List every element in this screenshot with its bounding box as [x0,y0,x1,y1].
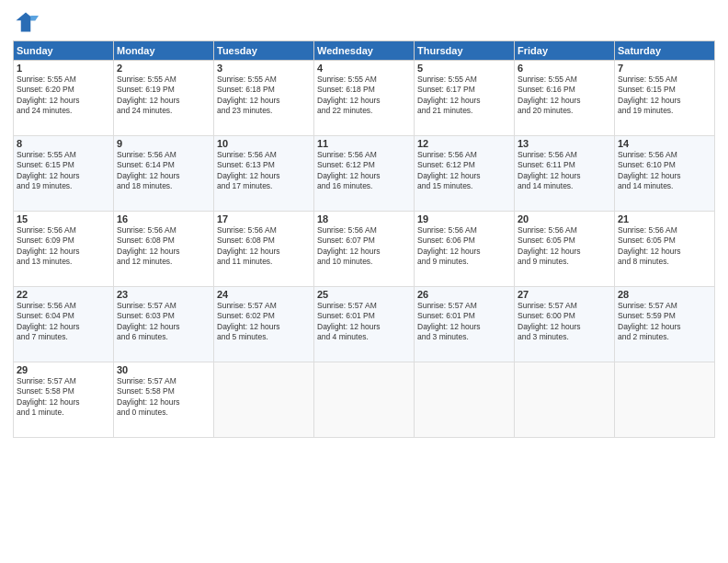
day-number: 24 [217,289,311,300]
calendar-day-cell: 21 Sunrise: 5:56 AMSunset: 6:05 PMDaylig… [615,212,715,287]
calendar-day-cell: 20 Sunrise: 5:56 AMSunset: 6:05 PMDaylig… [515,212,615,287]
calendar-day-cell: 18 Sunrise: 5:56 AMSunset: 6:07 PMDaylig… [314,212,415,287]
day-number: 10 [217,138,311,149]
day-info: Sunrise: 5:57 AMSunset: 6:00 PMDaylight:… [518,301,581,341]
day-number: 26 [417,289,511,300]
day-number: 17 [217,213,311,224]
calendar-day-cell: 3 Sunrise: 5:55 AMSunset: 6:18 PMDayligh… [214,61,314,136]
weekday-header-cell: Thursday [415,41,515,61]
day-number: 11 [317,138,411,149]
day-info: Sunrise: 5:55 AMSunset: 6:15 PMDaylight:… [618,75,681,115]
calendar-day-cell: 16 Sunrise: 5:56 AMSunset: 6:08 PMDaylig… [114,212,214,287]
day-number: 14 [618,138,711,149]
day-info: Sunrise: 5:55 AMSunset: 6:19 PMDaylight:… [117,75,180,115]
day-info: Sunrise: 5:56 AMSunset: 6:13 PMDaylight:… [217,150,280,190]
day-info: Sunrise: 5:57 AMSunset: 5:58 PMDaylight:… [17,376,80,417]
day-number: 20 [518,213,611,224]
calendar-week-row: 8 Sunrise: 5:55 AMSunset: 6:15 PMDayligh… [14,136,715,212]
day-number: 6 [518,63,611,74]
day-info: Sunrise: 5:56 AMSunset: 6:04 PMDaylight:… [17,301,80,341]
day-number: 30 [117,364,210,375]
calendar-day-cell: 1 Sunrise: 5:55 AMSunset: 6:20 PMDayligh… [14,61,114,136]
calendar-day-cell: 10 Sunrise: 5:56 AMSunset: 6:13 PMDaylig… [214,136,314,212]
calendar-day-cell: 4 Sunrise: 5:55 AMSunset: 6:18 PMDayligh… [314,61,415,136]
calendar-day-cell: 6 Sunrise: 5:55 AMSunset: 6:16 PMDayligh… [515,61,615,136]
day-info: Sunrise: 5:56 AMSunset: 6:08 PMDaylight:… [117,225,180,266]
day-number: 19 [417,213,511,224]
calendar-day-cell: 27 Sunrise: 5:57 AMSunset: 6:00 PMDaylig… [515,287,615,362]
weekday-header-row: SundayMondayTuesdayWednesdayThursdayFrid… [14,41,715,61]
day-info: Sunrise: 5:56 AMSunset: 6:08 PMDaylight:… [217,225,280,266]
calendar-day-cell: 15 Sunrise: 5:56 AMSunset: 6:09 PMDaylig… [14,212,114,287]
calendar-week-row: 15 Sunrise: 5:56 AMSunset: 6:09 PMDaylig… [14,212,715,287]
weekday-header-cell: Monday [114,41,214,61]
weekday-header-cell: Sunday [14,41,114,61]
calendar-day-cell: 23 Sunrise: 5:57 AMSunset: 6:03 PMDaylig… [114,287,214,362]
calendar-day-cell: 19 Sunrise: 5:56 AMSunset: 6:06 PMDaylig… [415,212,515,287]
calendar-day-cell: 29 Sunrise: 5:57 AMSunset: 5:58 PMDaylig… [14,362,114,438]
day-number: 22 [17,289,110,300]
calendar-day-cell: 7 Sunrise: 5:55 AMSunset: 6:15 PMDayligh… [615,61,715,136]
day-info: Sunrise: 5:55 AMSunset: 6:15 PMDaylight:… [17,150,80,190]
calendar-day-cell: 14 Sunrise: 5:56 AMSunset: 6:10 PMDaylig… [615,136,715,212]
header [13,9,715,35]
calendar-day-cell: 12 Sunrise: 5:56 AMSunset: 6:12 PMDaylig… [415,136,515,212]
day-number: 2 [117,63,210,74]
day-number: 15 [17,213,110,224]
day-info: Sunrise: 5:56 AMSunset: 6:12 PMDaylight:… [417,150,481,190]
logo [13,9,42,35]
day-info: Sunrise: 5:57 AMSunset: 6:03 PMDaylight:… [117,301,180,341]
day-number: 16 [117,213,210,224]
day-info: Sunrise: 5:55 AMSunset: 6:20 PMDaylight:… [17,75,80,115]
day-info: Sunrise: 5:56 AMSunset: 6:12 PMDaylight:… [317,150,381,190]
calendar-week-row: 1 Sunrise: 5:55 AMSunset: 6:20 PMDayligh… [14,61,715,136]
calendar-day-cell: 30 Sunrise: 5:57 AMSunset: 5:58 PMDaylig… [114,362,214,438]
calendar-day-cell [615,362,715,438]
day-number: 18 [317,213,411,224]
day-number: 4 [317,63,411,74]
day-number: 21 [618,213,711,224]
calendar-day-cell: 9 Sunrise: 5:56 AMSunset: 6:14 PMDayligh… [114,136,214,212]
logo-icon [13,9,39,35]
calendar-day-cell [415,362,515,438]
day-number: 25 [317,289,411,300]
calendar-day-cell [314,362,415,438]
calendar-day-cell: 28 Sunrise: 5:57 AMSunset: 5:59 PMDaylig… [615,287,715,362]
calendar-day-cell: 26 Sunrise: 5:57 AMSunset: 6:01 PMDaylig… [415,287,515,362]
calendar-day-cell: 22 Sunrise: 5:56 AMSunset: 6:04 PMDaylig… [14,287,114,362]
day-info: Sunrise: 5:56 AMSunset: 6:10 PMDaylight:… [618,150,681,190]
calendar-week-row: 22 Sunrise: 5:56 AMSunset: 6:04 PMDaylig… [14,287,715,362]
day-info: Sunrise: 5:56 AMSunset: 6:05 PMDaylight:… [518,225,581,266]
day-number: 12 [417,138,511,149]
day-info: Sunrise: 5:55 AMSunset: 6:17 PMDaylight:… [417,75,481,115]
calendar-body: 1 Sunrise: 5:55 AMSunset: 6:20 PMDayligh… [14,61,715,438]
weekday-header-cell: Friday [515,41,615,61]
day-number: 7 [618,63,711,74]
day-info: Sunrise: 5:56 AMSunset: 6:11 PMDaylight:… [518,150,581,190]
weekday-header-cell: Wednesday [314,41,415,61]
calendar-day-cell [214,362,314,438]
page: SundayMondayTuesdayWednesdayThursdayFrid… [0,0,728,563]
calendar-day-cell [515,362,615,438]
day-info: Sunrise: 5:56 AMSunset: 6:09 PMDaylight:… [17,225,80,266]
day-number: 23 [117,289,210,300]
day-info: Sunrise: 5:56 AMSunset: 6:05 PMDaylight:… [618,225,681,266]
calendar-day-cell: 5 Sunrise: 5:55 AMSunset: 6:17 PMDayligh… [415,61,515,136]
day-info: Sunrise: 5:57 AMSunset: 6:01 PMDaylight:… [317,301,381,341]
calendar-day-cell: 24 Sunrise: 5:57 AMSunset: 6:02 PMDaylig… [214,287,314,362]
svg-marker-1 [30,16,39,20]
day-info: Sunrise: 5:56 AMSunset: 6:14 PMDaylight:… [117,150,180,190]
day-info: Sunrise: 5:57 AMSunset: 5:58 PMDaylight:… [117,376,180,417]
day-number: 29 [17,364,110,375]
day-info: Sunrise: 5:57 AMSunset: 6:01 PMDaylight:… [417,301,481,341]
day-number: 13 [518,138,611,149]
svg-marker-0 [17,13,36,32]
day-number: 27 [518,289,611,300]
day-info: Sunrise: 5:57 AMSunset: 6:02 PMDaylight:… [217,301,280,341]
day-number: 1 [17,63,110,74]
calendar-day-cell: 25 Sunrise: 5:57 AMSunset: 6:01 PMDaylig… [314,287,415,362]
day-info: Sunrise: 5:56 AMSunset: 6:06 PMDaylight:… [417,225,481,266]
calendar-table: SundayMondayTuesdayWednesdayThursdayFrid… [13,40,715,438]
day-info: Sunrise: 5:57 AMSunset: 5:59 PMDaylight:… [618,301,681,341]
calendar-day-cell: 13 Sunrise: 5:56 AMSunset: 6:11 PMDaylig… [515,136,615,212]
